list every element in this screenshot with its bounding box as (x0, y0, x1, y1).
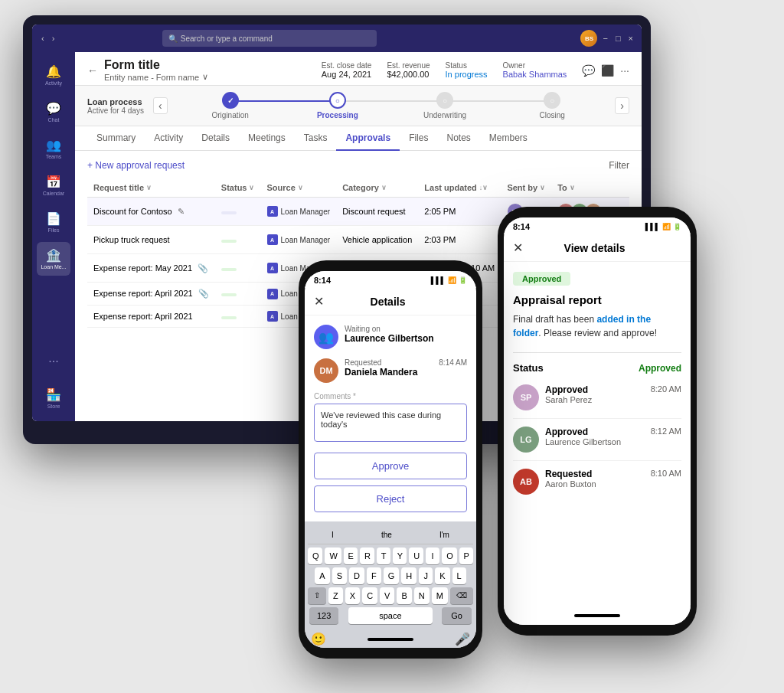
quickword-the[interactable]: the (375, 529, 398, 541)
close-icon[interactable]: × (626, 34, 635, 43)
emoji-icon[interactable]: 🙂 (311, 632, 326, 646)
key-d[interactable]: D (349, 567, 364, 584)
tab-summary[interactable]: Summary (87, 126, 145, 151)
key-i[interactable]: I (426, 548, 439, 564)
sort-icon-category[interactable]: ∨ (381, 184, 387, 191)
filter-button[interactable]: Filter (609, 160, 629, 171)
key-g[interactable]: G (384, 567, 400, 584)
key-t[interactable]: T (377, 548, 390, 564)
chat-icon: 💬 (46, 101, 61, 116)
sidebar-item-calendar[interactable]: 📅 Calendar (37, 168, 70, 202)
user-avatar[interactable]: BS (580, 30, 597, 47)
key-q[interactable]: Q (308, 548, 322, 564)
modal2-close-button[interactable]: ✕ (513, 240, 523, 255)
key-numbers[interactable]: 123 (309, 607, 338, 624)
teams-label: Teams (46, 154, 62, 159)
sort-icon-source[interactable]: ∨ (298, 184, 303, 191)
tab-meetings[interactable]: Meetings (239, 126, 295, 151)
details-modal: ✕ Details 👥 Waiting on Laurence Gilberts… (305, 288, 476, 648)
key-z[interactable]: Z (328, 587, 343, 604)
process-steps: ✓ Origination ○ Processing ○ (177, 92, 606, 119)
key-e[interactable]: E (344, 548, 358, 564)
sidebar-item-more[interactable]: ··· (37, 345, 70, 378)
comment-icon[interactable]: 💬 (582, 64, 595, 77)
tab-activity[interactable]: Activity (145, 126, 192, 151)
tab-files[interactable]: Files (400, 126, 437, 151)
sidebar-item-loan[interactable]: 🏦 Loan Me... (37, 242, 70, 276)
reject-button[interactable]: Reject (314, 485, 467, 512)
key-backspace[interactable]: ⌫ (450, 587, 473, 604)
header-actions: 💬 ⬛ ··· (582, 64, 629, 77)
edit-icon[interactable]: ✎ (178, 207, 185, 216)
maximize-icon[interactable]: □ (613, 34, 623, 43)
key-h[interactable]: H (401, 567, 416, 584)
sort-icon-updated[interactable]: ↓∨ (479, 184, 488, 191)
timeline-time: 8:10 AM (651, 469, 681, 478)
sort-icon-to[interactable]: ∨ (570, 184, 575, 191)
key-k[interactable]: K (435, 567, 449, 584)
modal1-close-button[interactable]: ✕ (314, 294, 324, 309)
quickword-im[interactable]: I'm (433, 529, 456, 541)
key-x[interactable]: X (345, 587, 360, 604)
sidebar-item-store[interactable]: 🏪 Store (37, 381, 70, 415)
sort-icon-status[interactable]: ∨ (249, 184, 254, 191)
key-a[interactable]: A (315, 567, 329, 584)
meta-status: Status In progress (446, 61, 488, 79)
process-next-btn[interactable]: › (615, 97, 629, 114)
key-v[interactable]: V (380, 587, 394, 604)
cell-category: Vehicle application (336, 226, 418, 254)
key-p[interactable]: P (459, 548, 473, 564)
sort-icon-sent[interactable]: ∨ (540, 184, 545, 191)
form-entity[interactable]: Entity name - Form name ∨ (104, 72, 208, 82)
tab-tasks[interactable]: Tasks (295, 126, 337, 151)
new-approval-button[interactable]: + New approval request (87, 160, 185, 171)
tab-details[interactable]: Details (192, 126, 239, 151)
owner-value[interactable]: Babak Shammas (503, 70, 567, 79)
source-icon: A (267, 206, 278, 217)
key-w[interactable]: W (325, 548, 341, 564)
comments-textarea[interactable]: We've reviewed this case during today's (314, 404, 467, 442)
share-icon[interactable]: ⬛ (601, 64, 614, 77)
key-s[interactable]: S (332, 567, 347, 584)
sidebar-item-activity[interactable]: 🔔 Activity (37, 58, 70, 92)
key-go[interactable]: Go (442, 607, 472, 624)
tab-notes[interactable]: Notes (437, 126, 479, 151)
sidebar-item-chat[interactable]: 💬 Chat (37, 95, 70, 129)
modal1-body: 👥 Waiting on Laurence Gilbertson DM Requ… (305, 315, 476, 521)
step-processing: ○ Processing (284, 92, 391, 119)
back-button[interactable]: ← (87, 64, 98, 77)
minimize-icon[interactable]: − (600, 34, 609, 43)
key-b[interactable]: B (397, 587, 411, 604)
microphone-icon[interactable]: 🎤 (455, 632, 470, 646)
key-l[interactable]: L (452, 567, 466, 584)
sidebar-item-files[interactable]: 📄 Files (37, 205, 70, 239)
key-u[interactable]: U (409, 548, 423, 564)
key-space[interactable]: space (348, 607, 432, 624)
back-nav[interactable]: ‹ (38, 32, 47, 44)
key-r[interactable]: R (360, 548, 374, 564)
key-n[interactable]: N (414, 587, 430, 604)
forward-nav[interactable]: › (49, 32, 58, 44)
chat-label: Chat (48, 117, 60, 123)
key-shift[interactable]: ⇧ (308, 587, 326, 604)
process-prev-btn[interactable]: ‹ (153, 97, 168, 114)
sort-icon-title[interactable]: ∨ (146, 184, 152, 191)
key-y[interactable]: Y (393, 548, 407, 564)
sidebar-item-teams[interactable]: 👥 Teams (37, 132, 70, 165)
tab-approvals[interactable]: Approvals (336, 126, 400, 151)
approve-button[interactable]: Approve (314, 453, 467, 479)
key-m[interactable]: M (432, 587, 448, 604)
loan-info: Loan process Active for 4 days (87, 97, 144, 115)
key-j[interactable]: J (419, 567, 433, 584)
col-last-updated: Last updated ↓∨ (418, 178, 501, 198)
meta-owner: Owner Babak Shammas (503, 61, 567, 79)
cell-title: Expense report: April 2021 (87, 305, 215, 328)
key-f[interactable]: F (367, 567, 381, 584)
tab-members[interactable]: Members (480, 126, 537, 151)
key-c[interactable]: C (362, 587, 377, 604)
teams-searchbar[interactable]: 🔍 Search or type a command (162, 30, 377, 47)
key-o[interactable]: O (442, 548, 456, 564)
more-options-icon[interactable]: ··· (620, 64, 629, 77)
nav-arrows: ‹ › (38, 32, 57, 44)
quickword-i[interactable]: I (325, 529, 340, 541)
